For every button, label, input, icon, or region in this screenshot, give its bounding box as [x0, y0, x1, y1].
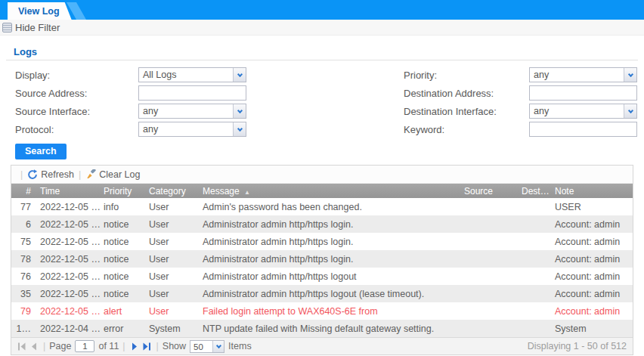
cell-time: 2022-12-05 …: [37, 237, 101, 247]
chevron-down-icon[interactable]: [212, 341, 224, 352]
cell-category: User: [146, 306, 200, 317]
cell-priority: notice: [101, 237, 146, 247]
cell-time: 2022-12-05 …: [37, 254, 101, 265]
cell-note: System: [550, 323, 633, 334]
source-address-input[interactable]: [138, 85, 246, 101]
cell-note: Account: admin: [550, 254, 633, 265]
table-row[interactable]: 6 2022-12-05 … notice User Administrator…: [11, 215, 633, 233]
col-header-note[interactable]: Note: [550, 186, 633, 197]
section-divider: [6, 60, 638, 60]
page-number-input[interactable]: [75, 340, 94, 352]
display-select[interactable]: All Logs: [138, 67, 246, 82]
cell-category: System: [146, 323, 200, 334]
cell-num: 75: [11, 237, 37, 247]
source-interface-label: Source Interface:: [15, 106, 138, 117]
cell-category: User: [146, 219, 200, 230]
cell-time: 2022-12-05 …: [37, 289, 101, 299]
cell-category: User: [146, 254, 200, 265]
cell-note: Account: admin: [550, 219, 633, 230]
cell-priority: notice: [101, 289, 146, 299]
col-header-dest[interactable]: Dest…: [516, 186, 550, 197]
sort-ascending-icon: ▲: [244, 189, 250, 196]
view-log-page: View Log Hide Filter Logs Display: All L…: [0, 0, 644, 356]
table-row[interactable]: 35 2022-12-05 … notice User Administrato…: [11, 285, 633, 302]
col-header-priority[interactable]: Priority: [101, 186, 146, 197]
display-label: Display:: [15, 70, 138, 81]
cell-note: USER: [550, 202, 633, 212]
next-page-button[interactable]: [131, 342, 139, 351]
cell-time: 2022-12-05 …: [37, 202, 101, 212]
table-row[interactable]: 78 2022-12-05 … notice User Administrato…: [11, 250, 633, 268]
chevron-down-icon[interactable]: [233, 68, 246, 82]
destination-interface-select[interactable]: any: [529, 104, 637, 119]
cell-time: 2022-12-05 …: [37, 306, 101, 317]
col-header-message[interactable]: Message ▲: [200, 186, 459, 197]
cell-num: 6: [11, 219, 37, 230]
chevron-down-icon[interactable]: [233, 104, 246, 118]
cell-priority: error: [101, 323, 146, 334]
tab-view-log[interactable]: View Log: [8, 2, 72, 20]
destination-address-label: Destination Address:: [404, 88, 529, 99]
filter-form: Display: All Logs Priority: any Source A…: [0, 66, 644, 159]
cell-priority: alert: [101, 306, 146, 317]
cell-category: User: [146, 289, 200, 299]
cell-message: NTP update failed with Missing default g…: [200, 323, 459, 334]
priority-select[interactable]: any: [529, 67, 637, 82]
cell-message: Administrator admin http/https login.: [200, 254, 459, 265]
cell-category: User: [146, 237, 200, 247]
priority-label: Priority:: [404, 70, 529, 81]
cell-num: 35: [11, 289, 37, 299]
col-header-time[interactable]: Time: [37, 186, 101, 197]
table-row[interactable]: 79 2022-12-05 … alert User Failed login …: [11, 302, 633, 320]
prev-page-button[interactable]: [29, 342, 38, 351]
destination-address-input[interactable]: [529, 85, 637, 101]
clear-log-button[interactable]: Clear Log: [85, 169, 140, 180]
first-page-button[interactable]: [17, 342, 26, 351]
cell-num: 79: [11, 306, 37, 317]
source-interface-select[interactable]: any: [138, 104, 246, 119]
refresh-button[interactable]: Refresh: [27, 169, 74, 180]
tab-bar: View Log: [0, 0, 644, 20]
brush-icon: [85, 169, 96, 180]
cell-message: Administrator admin http/https login.: [200, 237, 459, 247]
items-label: Items: [228, 341, 252, 351]
show-label: Show: [163, 341, 186, 351]
last-page-button[interactable]: [142, 342, 151, 351]
table-row[interactable]: 76 2022-12-05 … notice User Administrato…: [11, 268, 633, 285]
page-size-select[interactable]: 50: [190, 340, 224, 353]
protocol-select[interactable]: any: [138, 122, 246, 137]
col-header-num[interactable]: #: [11, 186, 37, 197]
chevron-down-icon[interactable]: [233, 122, 246, 136]
table-row[interactable]: 1… 2022-12-04 … error System NTP update …: [11, 320, 633, 337]
pagination-bar: | Page of 11 | | Show 50 Items Displayin…: [11, 337, 633, 354]
logs-section-title: Logs: [14, 46, 644, 57]
cell-note: Account: admin: [550, 289, 633, 299]
log-table-toolbar: | Refresh | Clear Log: [11, 166, 633, 184]
table-row[interactable]: 75 2022-12-05 … notice User Administrato…: [11, 233, 633, 250]
source-address-label: Source Address:: [15, 88, 138, 99]
cell-category: User: [146, 202, 200, 212]
cell-time: 2022-12-05 …: [37, 219, 101, 230]
col-header-source[interactable]: Source: [459, 186, 516, 197]
cell-priority: notice: [101, 271, 146, 282]
page-label: Page: [49, 341, 71, 351]
search-button[interactable]: Search: [15, 144, 67, 159]
cell-note: Account: admin: [550, 306, 633, 317]
log-table: | Refresh | Clear Log # Time Priority: [11, 165, 633, 355]
col-header-category[interactable]: Category: [146, 186, 200, 197]
keyword-label: Keyword:: [404, 124, 529, 135]
log-table-header: # Time Priority Category Message ▲ Sourc…: [11, 184, 633, 198]
cell-message: Administrator admin http/https logout: [200, 271, 459, 282]
cell-priority: info: [101, 202, 146, 212]
cell-message: Failed login attempt to WAX640S-6E from: [200, 306, 459, 317]
cell-note: Account: admin: [550, 271, 633, 282]
table-row[interactable]: 77 2022-12-05 … info User Admin's passwo…: [11, 198, 633, 215]
chevron-down-icon[interactable]: [624, 104, 636, 118]
hide-filter-icon: [2, 23, 12, 33]
chevron-down-icon[interactable]: [624, 68, 636, 82]
cell-num: 78: [11, 254, 37, 265]
hide-filter-button[interactable]: Hide Filter: [15, 22, 60, 33]
keyword-input[interactable]: [529, 122, 637, 137]
filter-toggle-bar: Hide Filter: [0, 20, 644, 36]
cell-note: Account: admin: [550, 237, 633, 247]
